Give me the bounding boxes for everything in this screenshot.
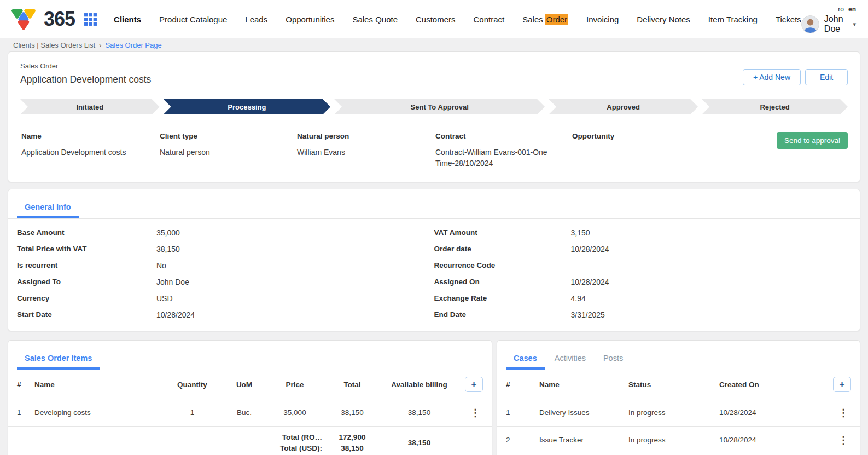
apps-grid-icon[interactable] bbox=[84, 13, 97, 26]
case-status: In progress bbox=[628, 408, 719, 417]
total-price-vat-value: 38,150 bbox=[156, 245, 180, 254]
case-num: 2 bbox=[506, 436, 539, 444]
base-amount-label: Base Amount bbox=[17, 228, 156, 237]
add-new-button[interactable]: + Add New bbox=[743, 69, 801, 85]
col-available-billing: Available billing bbox=[382, 381, 456, 389]
cases-tabs: Cases Activities Posts bbox=[497, 348, 860, 370]
vat-amount-value: 3,150 bbox=[571, 228, 590, 237]
top-right: ro en John Doe ▾ bbox=[801, 4, 856, 34]
send-to-approval-button[interactable]: Send to approval bbox=[777, 132, 848, 149]
case-kebab-menu-icon[interactable]: ⋮ bbox=[836, 436, 851, 444]
breadcrumb-current[interactable]: Sales Order Page bbox=[105, 41, 161, 49]
add-case-button[interactable]: + bbox=[833, 377, 851, 392]
nav-item-product-catalogue[interactable]: Product Catalogue bbox=[159, 15, 227, 24]
nav-item-opportunities[interactable]: Opportunities bbox=[286, 15, 334, 24]
breadcrumb-path[interactable]: Clients | Sales Orders List bbox=[13, 41, 95, 49]
nav-item-invoicing[interactable]: Invoicing bbox=[586, 15, 619, 24]
is-recurrent-label: Is recurrent bbox=[17, 261, 156, 270]
case-num: 1 bbox=[506, 408, 539, 417]
nav-item-tickets[interactable]: Tickets bbox=[776, 15, 801, 24]
field-client-type: Client type Natural person bbox=[160, 132, 297, 169]
field-name-value: Application Development costs bbox=[21, 147, 160, 158]
tab-activities[interactable]: Activities bbox=[547, 348, 593, 370]
header-fields: Name Application Development costs Clien… bbox=[20, 132, 848, 169]
col-total: Total bbox=[322, 381, 382, 389]
title-block: Sales Order Application Development cost… bbox=[20, 62, 151, 85]
item-available-billing: 38,150 bbox=[382, 408, 456, 417]
stage-initiated[interactable]: Initiated bbox=[20, 99, 160, 114]
gi-row-2: Total Price with VAT38,150 Order date10/… bbox=[17, 241, 851, 257]
item-uom: Buc. bbox=[221, 408, 267, 417]
tab-cases[interactable]: Cases bbox=[506, 348, 545, 370]
nav-item-customers[interactable]: Customers bbox=[416, 15, 456, 24]
breadcrumb: Clients | Sales Orders List › Sales Orde… bbox=[0, 38, 868, 51]
start-date-label: Start Date bbox=[17, 310, 156, 319]
field-contract-value: Contract-William Evans-001-One Time-28/1… bbox=[435, 147, 551, 169]
vat-amount-label: VAT Amount bbox=[434, 228, 571, 237]
nav-item-item-tracking[interactable]: Item Tracking bbox=[708, 15, 758, 24]
language-switcher: ro en bbox=[838, 5, 856, 13]
end-date-label: End Date bbox=[434, 310, 571, 319]
case-row-1: 1 Delivery Issues In progress 10/28/2024… bbox=[497, 399, 860, 426]
order-date-label: Order date bbox=[434, 245, 571, 254]
triangles-logo-icon bbox=[10, 7, 37, 32]
stage-approved[interactable]: Approved bbox=[549, 99, 698, 114]
user-menu[interactable]: John Doe ▾ bbox=[801, 14, 856, 34]
total-usd-value: 38,150 bbox=[341, 444, 363, 452]
nav-item-contract[interactable]: Contract bbox=[474, 15, 505, 24]
lang-ro[interactable]: ro bbox=[838, 5, 844, 13]
page-title: Application Development costs bbox=[20, 74, 151, 85]
stage-sent-to-approval[interactable]: Sent To Approval bbox=[334, 99, 545, 114]
cases-col-status: Status bbox=[628, 381, 719, 389]
assigned-on-label: Assigned On bbox=[434, 278, 571, 286]
available-billing-total: 38,150 bbox=[382, 437, 456, 448]
gi-row-5: CurrencyUSD Exchange Rate4.94 bbox=[17, 290, 851, 307]
nav-item-leads[interactable]: Leads bbox=[245, 15, 267, 24]
start-date-value: 10/28/2024 bbox=[156, 310, 195, 319]
general-info-fields: Base Amount35,000 VAT Amount3,150 Total … bbox=[8, 219, 860, 323]
avatar bbox=[801, 15, 819, 33]
header-actions: + Add New Edit bbox=[743, 69, 848, 85]
nav-item-delivery-notes[interactable]: Delivery Notes bbox=[637, 15, 690, 24]
currency-value: USD bbox=[156, 294, 173, 303]
gi-row-1: Base Amount35,000 VAT Amount3,150 bbox=[17, 224, 851, 241]
field-name-label: Name bbox=[21, 132, 160, 140]
brand-logo[interactable]: 365 bbox=[10, 7, 75, 32]
chevron-down-icon: ▾ bbox=[853, 21, 856, 28]
nav-item-sales-order[interactable]: SalesOrder bbox=[522, 15, 568, 24]
assigned-on-value: 10/28/2024 bbox=[571, 278, 609, 286]
gi-row-4: Assigned ToJohn Doe Assigned On10/28/202… bbox=[17, 274, 851, 290]
totals-labels: Total (RO… Total (USD): bbox=[267, 432, 322, 454]
case-created-on: 10/28/2024 bbox=[719, 436, 827, 444]
nav-sales-order-highlight: Order bbox=[545, 14, 568, 25]
field-contract-label: Contract bbox=[435, 132, 572, 140]
case-kebab-menu-icon[interactable]: ⋮ bbox=[836, 409, 851, 417]
add-item-button[interactable]: + bbox=[465, 377, 483, 392]
field-natural-person: Natural person William Evans bbox=[297, 132, 435, 169]
is-recurrent-value: No bbox=[156, 261, 166, 270]
totals-values: 172,900 38,150 bbox=[322, 432, 382, 454]
item-kebab-menu-icon[interactable]: ⋮ bbox=[468, 409, 483, 417]
edit-button[interactable]: Edit bbox=[805, 69, 848, 85]
order-date-value: 10/28/2024 bbox=[571, 245, 609, 254]
stage-rejected[interactable]: Rejected bbox=[702, 99, 848, 114]
field-natural-person-value: William Evans bbox=[297, 147, 435, 158]
cases-col-num: # bbox=[506, 381, 539, 389]
lang-en[interactable]: en bbox=[848, 5, 856, 13]
recurrence-code-label: Recurrence Code bbox=[434, 261, 571, 270]
nav-item-sales-quote[interactable]: Sales Quote bbox=[352, 15, 398, 24]
base-amount-value: 35,000 bbox=[156, 228, 180, 237]
stage-processing[interactable]: Processing bbox=[164, 99, 331, 114]
field-contract: Contract Contract-William Evans-001-One … bbox=[435, 132, 572, 169]
assigned-to-value: John Doe bbox=[156, 278, 189, 286]
item-num: 1 bbox=[17, 408, 34, 417]
tab-posts[interactable]: Posts bbox=[596, 348, 631, 370]
user-name: John Doe bbox=[824, 14, 848, 34]
top-bar: 365 Clients Product Catalogue Leads Oppo… bbox=[0, 0, 868, 38]
case-row-2: 2 Issue Tracker In progress 10/28/2024 ⋮ bbox=[497, 426, 860, 453]
brand-text: 365 bbox=[44, 8, 75, 31]
nav-item-clients[interactable]: Clients bbox=[114, 15, 141, 24]
tab-sales-order-items[interactable]: Sales Order Items bbox=[17, 348, 100, 370]
gi-row-6: Start Date10/28/2024 End Date3/31/2025 bbox=[17, 307, 851, 323]
tab-general-info[interactable]: General Info bbox=[17, 197, 79, 218]
